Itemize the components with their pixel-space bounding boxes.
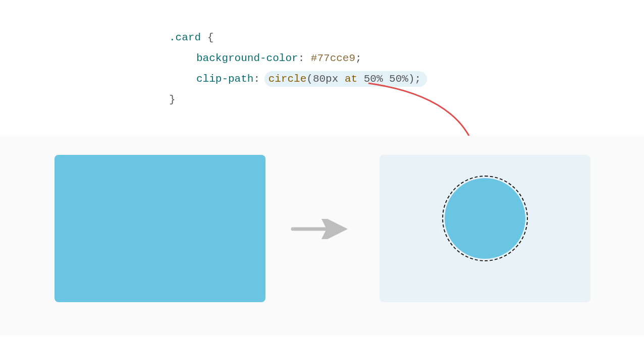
card-before (55, 155, 265, 302)
property-bg: background-color (196, 52, 298, 64)
code-line-2: background-color: #77cce9; (169, 48, 644, 69)
code-line-3: clip-path: circle(80px at 50% 50%); (169, 69, 644, 90)
func-arg-pre: 80px (313, 73, 345, 85)
brace-close: } (169, 94, 176, 105)
semicolon: ; (355, 52, 362, 64)
semicolon: ; (415, 73, 421, 85)
brace-open: { (207, 32, 214, 43)
paren-close: ) (408, 73, 415, 85)
property-clip: clip-path (196, 73, 253, 85)
colon: : (298, 52, 305, 64)
value-hex: #77cce9 (311, 52, 355, 64)
func-name: circle (269, 73, 307, 85)
arrow-right-icon (290, 219, 351, 239)
code-line-4: } (169, 90, 644, 110)
highlighted-value: circle(80px at 50% 50%); (264, 71, 427, 87)
dashed-circle-outline (442, 176, 528, 261)
selector: .card (169, 32, 201, 43)
demo-section (0, 136, 644, 335)
colon: : (253, 73, 260, 85)
code-block: .card { background-color: #77cce9; clip-… (0, 0, 644, 136)
func-arg-post: 50% 50% (357, 73, 408, 85)
paren-open: ( (306, 73, 313, 85)
at-keyword: at (345, 73, 357, 85)
code-line-1: .card { (169, 28, 644, 48)
